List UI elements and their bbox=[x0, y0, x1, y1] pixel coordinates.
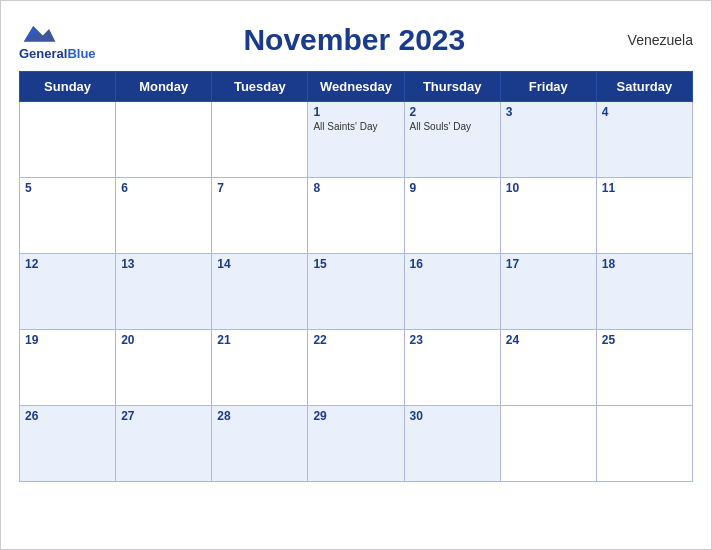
day-number: 4 bbox=[602, 105, 687, 119]
calendar-day-cell: 24 bbox=[500, 330, 596, 406]
weekday-header-row: Sunday Monday Tuesday Wednesday Thursday… bbox=[20, 72, 693, 102]
calendar-day-cell: 9 bbox=[404, 178, 500, 254]
day-number: 6 bbox=[121, 181, 206, 195]
day-number: 19 bbox=[25, 333, 110, 347]
day-number: 7 bbox=[217, 181, 302, 195]
day-number: 14 bbox=[217, 257, 302, 271]
day-number: 11 bbox=[602, 181, 687, 195]
col-thursday: Thursday bbox=[404, 72, 500, 102]
calendar-day-cell: 10 bbox=[500, 178, 596, 254]
calendar-week-row: 19202122232425 bbox=[20, 330, 693, 406]
calendar-week-row: 567891011 bbox=[20, 178, 693, 254]
col-monday: Monday bbox=[116, 72, 212, 102]
logo-text-general: General bbox=[19, 47, 67, 61]
calendar-day-cell: 8 bbox=[308, 178, 404, 254]
day-number: 23 bbox=[410, 333, 495, 347]
calendar-day-cell: 20 bbox=[116, 330, 212, 406]
calendar-header: General Blue November 2023 Venezuela bbox=[19, 11, 693, 67]
calendar-container: General Blue November 2023 Venezuela Sun… bbox=[0, 0, 712, 550]
day-number: 15 bbox=[313, 257, 398, 271]
calendar-day-cell: 15 bbox=[308, 254, 404, 330]
day-number: 18 bbox=[602, 257, 687, 271]
calendar-day-cell: 22 bbox=[308, 330, 404, 406]
calendar-grid: Sunday Monday Tuesday Wednesday Thursday… bbox=[19, 71, 693, 482]
calendar-day-cell: 17 bbox=[500, 254, 596, 330]
calendar-day-cell: 29 bbox=[308, 406, 404, 482]
calendar-day-cell: 26 bbox=[20, 406, 116, 482]
calendar-day-cell: 16 bbox=[404, 254, 500, 330]
day-number: 25 bbox=[602, 333, 687, 347]
calendar-day-cell: 14 bbox=[212, 254, 308, 330]
calendar-day-cell: 11 bbox=[596, 178, 692, 254]
day-number: 29 bbox=[313, 409, 398, 423]
day-number: 5 bbox=[25, 181, 110, 195]
col-saturday: Saturday bbox=[596, 72, 692, 102]
holiday-label: All Souls' Day bbox=[410, 121, 495, 132]
day-number: 16 bbox=[410, 257, 495, 271]
calendar-day-cell: 1All Saints' Day bbox=[308, 102, 404, 178]
calendar-day-cell: 30 bbox=[404, 406, 500, 482]
day-number: 13 bbox=[121, 257, 206, 271]
day-number: 26 bbox=[25, 409, 110, 423]
calendar-week-row: 2627282930 bbox=[20, 406, 693, 482]
calendar-day-cell bbox=[116, 102, 212, 178]
calendar-day-cell: 23 bbox=[404, 330, 500, 406]
day-number: 12 bbox=[25, 257, 110, 271]
day-number: 30 bbox=[410, 409, 495, 423]
day-number: 17 bbox=[506, 257, 591, 271]
calendar-day-cell bbox=[212, 102, 308, 178]
calendar-day-cell: 21 bbox=[212, 330, 308, 406]
day-number: 9 bbox=[410, 181, 495, 195]
calendar-day-cell: 5 bbox=[20, 178, 116, 254]
col-friday: Friday bbox=[500, 72, 596, 102]
calendar-day-cell: 18 bbox=[596, 254, 692, 330]
calendar-day-cell: 7 bbox=[212, 178, 308, 254]
calendar-day-cell: 13 bbox=[116, 254, 212, 330]
calendar-week-row: 1All Saints' Day2All Souls' Day34 bbox=[20, 102, 693, 178]
day-number: 27 bbox=[121, 409, 206, 423]
day-number: 20 bbox=[121, 333, 206, 347]
day-number: 1 bbox=[313, 105, 398, 119]
general-blue-logo bbox=[19, 19, 57, 47]
calendar-day-cell: 2All Souls' Day bbox=[404, 102, 500, 178]
logo-text-blue: Blue bbox=[67, 47, 95, 61]
calendar-title: November 2023 bbox=[96, 23, 613, 57]
holiday-label: All Saints' Day bbox=[313, 121, 398, 132]
col-wednesday: Wednesday bbox=[308, 72, 404, 102]
day-number: 24 bbox=[506, 333, 591, 347]
calendar-day-cell bbox=[500, 406, 596, 482]
col-sunday: Sunday bbox=[20, 72, 116, 102]
calendar-day-cell bbox=[20, 102, 116, 178]
calendar-day-cell: 28 bbox=[212, 406, 308, 482]
day-number: 3 bbox=[506, 105, 591, 119]
day-number: 2 bbox=[410, 105, 495, 119]
calendar-day-cell: 12 bbox=[20, 254, 116, 330]
calendar-day-cell: 27 bbox=[116, 406, 212, 482]
day-number: 28 bbox=[217, 409, 302, 423]
calendar-day-cell: 4 bbox=[596, 102, 692, 178]
calendar-day-cell: 6 bbox=[116, 178, 212, 254]
calendar-day-cell: 3 bbox=[500, 102, 596, 178]
calendar-day-cell bbox=[596, 406, 692, 482]
country-label: Venezuela bbox=[613, 32, 693, 48]
day-number: 8 bbox=[313, 181, 398, 195]
calendar-week-row: 12131415161718 bbox=[20, 254, 693, 330]
col-tuesday: Tuesday bbox=[212, 72, 308, 102]
calendar-day-cell: 25 bbox=[596, 330, 692, 406]
logo-area: General Blue bbox=[19, 19, 96, 61]
calendar-day-cell: 19 bbox=[20, 330, 116, 406]
day-number: 22 bbox=[313, 333, 398, 347]
day-number: 10 bbox=[506, 181, 591, 195]
day-number: 21 bbox=[217, 333, 302, 347]
